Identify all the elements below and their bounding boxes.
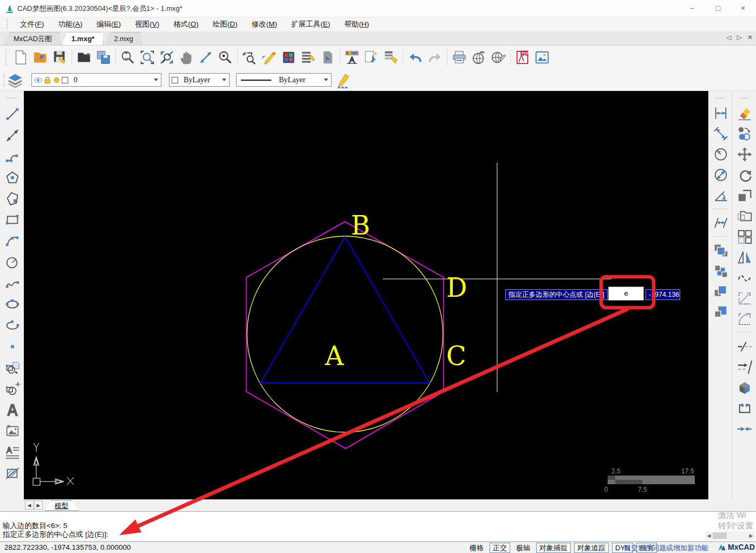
linetype-edit-button[interactable] xyxy=(334,71,353,90)
draw-point-button[interactable] xyxy=(3,337,21,355)
toolbar-match-properties-button[interactable] xyxy=(381,48,401,67)
toolbar-print-button[interactable] xyxy=(449,48,469,67)
toolbar-zoom-inout-button[interactable] xyxy=(118,48,138,67)
menu-视图[interactable]: 视图(V) xyxy=(128,18,166,31)
linetype-select[interactable]: ByLayer xyxy=(236,73,331,87)
layer-manager-button[interactable] xyxy=(5,71,25,90)
drawing-canvas[interactable]: B D A C 2.5 17.5 0 xyxy=(24,91,708,499)
modify-fillet-button[interactable] xyxy=(735,309,753,328)
dim-dim-radius-button[interactable] xyxy=(711,145,729,163)
dim-dim-aligned-button[interactable] xyxy=(711,124,729,142)
draw-mtext-button[interactable] xyxy=(3,443,21,461)
modify-scale-button[interactable] xyxy=(735,186,753,204)
dim-draw-order-above-button[interactable] xyxy=(711,282,729,301)
draw-polygon-button[interactable] xyxy=(3,168,21,186)
draw-spline-button[interactable] xyxy=(3,274,21,292)
toolbar-undo-button[interactable] xyxy=(406,48,425,67)
command-line-panel[interactable]: 输入边的数目<6>: 5 指定正多边形的中心点或 [边(E)]: ◀ ▶ xyxy=(0,511,756,542)
draw-closed-polyline-button[interactable] xyxy=(3,189,21,207)
menu-修改[interactable]: 修改(M) xyxy=(245,18,284,31)
toolbar-palette-button[interactable] xyxy=(279,48,298,67)
toolbar-zoom-center-button[interactable] xyxy=(216,48,235,67)
draw-insert-block-button[interactable] xyxy=(3,358,21,376)
modify-erase-button[interactable] xyxy=(735,103,753,122)
draw-construction-line-button[interactable] xyxy=(3,126,21,144)
dim-dim-linear-button[interactable] xyxy=(711,103,729,122)
color-select[interactable]: ByLayer xyxy=(169,73,230,87)
menu-格式[interactable]: 格式(O) xyxy=(166,18,206,31)
dim-dim-diameter-button[interactable] xyxy=(711,165,729,184)
dim-draw-order-back-button[interactable] xyxy=(711,262,729,280)
toolbar-zoom-previous-button[interactable] xyxy=(240,48,259,67)
close-button[interactable]: × xyxy=(731,0,755,17)
modify-chamfer-button[interactable] xyxy=(735,289,753,307)
draw-ellipse-button[interactable] xyxy=(3,295,21,313)
toolbar-export-image-button[interactable] xyxy=(532,48,552,67)
draw-create-block-button[interactable] xyxy=(3,379,21,398)
toolbar-text-style-button[interactable] xyxy=(342,48,362,67)
toolbar-pan-button[interactable] xyxy=(177,48,196,67)
toolbar-linetype-manager-button[interactable] xyxy=(298,48,318,67)
toolbar-open-drawing-button[interactable] xyxy=(30,48,50,67)
toggle-极轴[interactable]: 极轴 xyxy=(513,543,533,552)
toolbar-new-button[interactable] xyxy=(11,48,30,67)
modify-join-button[interactable] xyxy=(735,419,753,438)
toolbar-save-as-button[interactable] xyxy=(94,48,113,67)
toolbar-edit-web-button[interactable] xyxy=(488,48,508,67)
draw-circle-button[interactable] xyxy=(3,252,21,271)
modify-mirror-button[interactable] xyxy=(735,248,753,266)
tab-2.mxg[interactable]: 2.mxg xyxy=(105,32,142,45)
menu-编辑[interactable]: 编辑(E) xyxy=(89,18,128,31)
layer-select[interactable]: 0 xyxy=(31,73,161,87)
toolbar-publish-web-button[interactable] xyxy=(469,48,488,67)
toggle-栅格[interactable]: 栅格 xyxy=(467,543,486,552)
toolbar-export-pdf-button[interactable]: PDF xyxy=(513,48,532,67)
layout-prev-icon[interactable]: ◀ xyxy=(25,500,34,510)
dim-draw-order-front-button[interactable] xyxy=(711,241,729,259)
modify-break-button[interactable] xyxy=(735,399,753,417)
scroll-right-icon[interactable]: ▶ xyxy=(747,533,755,538)
layout-next-icon[interactable]: ▶ xyxy=(34,500,43,510)
tab-scroll-right-icon[interactable]: ▷ xyxy=(737,34,742,41)
toggle-对象捕捉[interactable]: 对象捕捉 xyxy=(536,543,571,553)
toolbar-axes-button[interactable] xyxy=(196,48,216,67)
tab-MxCAD云图[interactable]: MxCAD云图 xyxy=(4,32,61,45)
tab-1.mxg*[interactable]: 1.mxg* xyxy=(62,32,104,45)
dyn-input-field[interactable]: e xyxy=(608,287,644,301)
dim-draw-order-below-button[interactable] xyxy=(711,303,729,321)
feedback-link[interactable]: 提交软件问题或增加新功能 xyxy=(624,543,708,553)
toolbar-sketch-button[interactable] xyxy=(259,48,279,67)
menu-文件[interactable]: 文件(F) xyxy=(13,18,51,31)
menu-扩展工具[interactable]: 扩展工具(E) xyxy=(284,18,337,31)
scroll-left-icon[interactable]: ◀ xyxy=(705,533,713,538)
toolbar-open-folder-button[interactable] xyxy=(74,48,94,67)
modify-trim-button[interactable] xyxy=(735,337,753,355)
toggle-对象追踪[interactable]: 对象追踪 xyxy=(574,543,609,553)
draw-arc-button[interactable] xyxy=(3,231,21,250)
modify-array-button[interactable] xyxy=(735,227,753,245)
modify-offset-button[interactable] xyxy=(735,206,753,225)
tab-scroll-left-icon[interactable]: ◁ xyxy=(726,34,731,41)
maximize-button[interactable]: □ xyxy=(706,0,730,17)
modify-extend-button[interactable] xyxy=(735,357,753,376)
toolbar-save-button[interactable] xyxy=(50,48,69,67)
toolbar-quick-select-button[interactable] xyxy=(362,48,381,67)
draw-hatch-button[interactable] xyxy=(3,464,21,482)
modify-explode-button[interactable] xyxy=(735,378,753,396)
dim-dim-continue-button[interactable] xyxy=(711,213,729,232)
menu-功能[interactable]: 功能(A) xyxy=(51,18,89,31)
menu-帮助[interactable]: 帮助(H) xyxy=(337,18,376,31)
minimize-button[interactable]: − xyxy=(680,0,704,17)
draw-image-button[interactable] xyxy=(3,421,21,440)
toggle-正交[interactable]: 正交 xyxy=(490,543,510,553)
menu-绘图[interactable]: 绘图(D) xyxy=(206,18,245,31)
toolbar-redo-button[interactable] xyxy=(425,48,445,67)
toolbar-zoom-window-button[interactable] xyxy=(138,48,157,67)
model-tab[interactable]: 模型 xyxy=(44,500,79,511)
toolbar-purge-button[interactable] xyxy=(318,48,337,67)
modify-move-button[interactable] xyxy=(735,145,753,163)
tab-close-icon[interactable]: ✕ xyxy=(747,34,753,41)
dim-dim-angular-button[interactable] xyxy=(711,186,729,204)
draw-line-button[interactable] xyxy=(3,105,21,123)
draw-polyline-button[interactable] xyxy=(3,147,21,165)
